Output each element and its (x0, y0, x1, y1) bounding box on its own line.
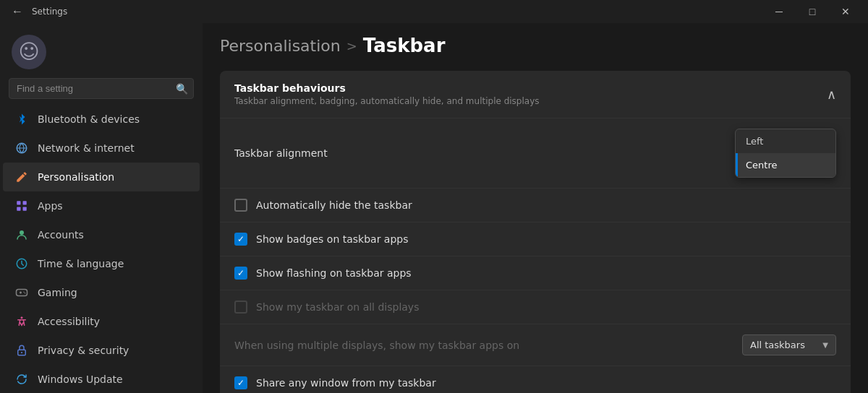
avatar: ☺ (12, 35, 46, 69)
select-value-4: All taskbars (750, 340, 805, 350)
taskbar-alignment-row: Taskbar alignment Left Centre (220, 118, 851, 189)
checkbox-label-2: Show flashing on taskbar apps (256, 267, 412, 279)
checkbox-1[interactable] (234, 233, 247, 246)
apps-icon (14, 199, 29, 213)
sidebar-nav: Bluetooth & devices Network & internet P… (0, 105, 203, 393)
sidebar-label-update: Windows Update (38, 373, 123, 385)
svg-point-5 (20, 230, 24, 235)
sidebar-item-network[interactable]: Network & internet (3, 134, 200, 163)
checkbox-row-5: Share any window from my taskbar (220, 366, 851, 393)
sidebar: ☺ 🔍 Bluetooth & devices Network & intern… (0, 23, 203, 393)
sidebar-item-privacy[interactable]: Privacy & security (3, 336, 200, 365)
sidebar-item-bluetooth[interactable]: Bluetooth & devices (3, 105, 200, 134)
user-section: ☺ (0, 23, 203, 78)
checkbox-row-3: Show my taskbar on all displays (220, 290, 851, 324)
chevron-down-icon: ▼ (822, 341, 828, 349)
taskbar-alignment-label: Taskbar alignment (234, 147, 328, 159)
checkbox-row-0: Automatically hide the taskbar (220, 189, 851, 223)
breadcrumb-separator: > (346, 38, 357, 53)
select-row-4: When using multiple displays, show my ta… (220, 324, 851, 366)
personalisation-icon (14, 170, 29, 184)
alignment-option-centre[interactable]: Centre (736, 153, 835, 177)
window-controls: ─ □ ✕ (762, 0, 862, 23)
checkbox-row-1: Show badges on taskbar apps (220, 223, 851, 256)
collapse-button[interactable]: ∧ (827, 87, 836, 103)
search-box: 🔍 (9, 78, 194, 99)
svg-rect-4 (23, 207, 27, 211)
search-input[interactable] (9, 78, 194, 99)
sidebar-item-personalisation[interactable]: Personalisation (3, 163, 200, 191)
sidebar-label-apps: Apps (38, 200, 63, 212)
sidebar-label-network: Network & internet (38, 142, 135, 154)
accounts-icon (14, 228, 29, 242)
checkbox-0[interactable] (234, 199, 247, 212)
app-title: Settings (32, 7, 67, 17)
title-bar: ← Settings ─ □ ✕ (0, 0, 868, 23)
svg-point-11 (25, 293, 26, 294)
taskbar-alignment-dropdown: Left Centre (735, 129, 836, 178)
svg-rect-2 (23, 201, 27, 204)
accessibility-icon (14, 314, 29, 329)
back-button[interactable]: ← (9, 3, 26, 20)
network-icon (14, 141, 29, 155)
sidebar-label-gaming: Gaming (38, 287, 77, 298)
section-title: Taskbar behaviours (234, 82, 540, 94)
sidebar-item-gaming[interactable]: Gaming (3, 278, 200, 307)
svg-rect-1 (17, 201, 20, 204)
close-button[interactable]: ✕ (829, 0, 862, 23)
alignment-options: Left Centre (735, 129, 836, 178)
main-content: Personalisation > Taskbar Taskbar behavi… (203, 23, 868, 393)
app-container: ☺ 🔍 Bluetooth & devices Network & intern… (0, 23, 868, 393)
svg-point-12 (21, 316, 23, 319)
update-icon (14, 372, 29, 386)
checkbox-label-5: Share any window from my taskbar (256, 377, 436, 389)
sidebar-item-accounts[interactable]: Accounts (3, 220, 200, 249)
time-icon (14, 256, 29, 271)
sidebar-item-time[interactable]: Time & language (3, 249, 200, 278)
sidebar-item-apps[interactable]: Apps (3, 191, 200, 220)
sidebar-item-update[interactable]: Windows Update (3, 365, 200, 393)
select-4[interactable]: All taskbars ▼ (742, 334, 836, 355)
title-bar-left: ← Settings (9, 3, 67, 20)
checkbox-label-1: Show badges on taskbar apps (256, 233, 409, 245)
page-title: Personalisation > Taskbar (220, 35, 851, 56)
checkbox-label-0: Automatically hide the taskbar (256, 199, 412, 211)
minimize-button[interactable]: ─ (762, 0, 796, 23)
sidebar-label-time: Time & language (38, 258, 124, 269)
checkbox-5[interactable] (234, 376, 247, 389)
user-icon: ☺ (18, 42, 39, 62)
select-label-4: When using multiple displays, show my ta… (234, 340, 519, 351)
sidebar-label-privacy: Privacy & security (38, 345, 129, 356)
breadcrumb-current: Taskbar (363, 35, 446, 56)
sidebar-item-accessibility[interactable]: Accessibility (3, 307, 200, 336)
checkbox-3[interactable] (234, 301, 247, 314)
sidebar-label-personalisation: Personalisation (38, 171, 114, 183)
privacy-icon (14, 343, 29, 358)
checkbox-row-2: Show flashing on taskbar apps (220, 256, 851, 290)
section-header-info: Taskbar behaviours Taskbar alignment, ba… (234, 82, 540, 106)
svg-point-14 (21, 352, 22, 353)
taskbar-behaviours-section: Taskbar behaviours Taskbar alignment, ba… (220, 71, 851, 393)
sidebar-label-bluetooth: Bluetooth & devices (38, 113, 140, 125)
breadcrumb-parent[interactable]: Personalisation (220, 37, 341, 55)
sidebar-label-accounts: Accounts (38, 229, 84, 241)
bluetooth-icon (14, 112, 29, 126)
checkbox-label-3: Show my taskbar on all displays (256, 301, 419, 313)
gaming-icon (14, 285, 29, 300)
sidebar-label-accessibility: Accessibility (38, 316, 100, 327)
section-header[interactable]: Taskbar behaviours Taskbar alignment, ba… (220, 71, 851, 118)
alignment-option-left[interactable]: Left (736, 129, 835, 153)
section-subtitle: Taskbar alignment, badging, automaticall… (234, 96, 540, 106)
maximize-button[interactable]: □ (796, 0, 829, 23)
checkbox-rows: Automatically hide the taskbar Show badg… (220, 189, 851, 393)
svg-point-10 (23, 292, 25, 293)
svg-rect-3 (17, 207, 20, 211)
checkbox-2[interactable] (234, 267, 247, 280)
